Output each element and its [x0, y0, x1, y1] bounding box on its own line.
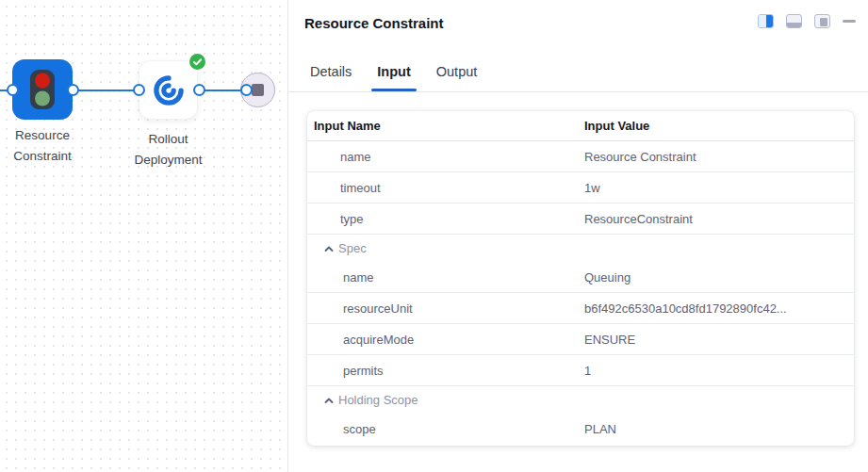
input-table-body: nameResource Constrainttimeout1wtypeReso… — [307, 141, 854, 445]
dock-float-icon[interactable] — [814, 14, 830, 28]
edge-resource-to-rollout — [74, 90, 139, 91]
input-table-card: Input Name Input Value nameResource Cons… — [307, 111, 854, 446]
node-label-rollout-deployment: Rollout Deployment — [121, 129, 216, 170]
row-value: 1w — [584, 172, 600, 203]
table-row: resourceUnitb6f492c6530a10cd8fd1792890fc… — [307, 293, 854, 324]
row-value: 1 — [584, 355, 591, 386]
chevron-up-icon[interactable] — [323, 395, 335, 406]
success-check-badge — [188, 52, 207, 72]
window-controls — [758, 14, 856, 28]
section-row[interactable]: Spec — [307, 235, 854, 262]
row-value: Queuing — [584, 262, 631, 293]
row-name: type — [340, 203, 364, 235]
row-name: resourceUnit — [343, 293, 413, 324]
tab-output[interactable]: Output — [436, 64, 478, 91]
input-table-header: Input Name Input Value — [307, 111, 854, 141]
row-value: ENSURE — [584, 324, 635, 355]
table-row: timeout1w — [307, 172, 854, 203]
traffic-light-icon — [29, 69, 56, 110]
dock-bottom-icon[interactable] — [786, 14, 802, 28]
tab-input[interactable]: Input — [377, 64, 410, 91]
minimize-icon[interactable] — [843, 14, 856, 28]
table-row: nameQueuing — [307, 262, 854, 293]
column-input-name: Input Name — [314, 111, 381, 141]
table-row: scopePLAN — [307, 414, 854, 445]
port[interactable] — [67, 84, 79, 96]
stop-square-icon — [252, 84, 264, 96]
row-value: b6f492c6530a10cd8fd1792890fc42... — [584, 293, 787, 324]
chevron-up-icon[interactable] — [323, 243, 335, 254]
workflow-canvas[interactable]: Resource Constraint Rollout Deployment — [0, 0, 287, 472]
detail-panel: Resource Constraint Details Input Output… — [287, 0, 868, 472]
split-right-icon[interactable] — [758, 14, 774, 28]
node-label-resource-constraint: Resource Constraint — [0, 125, 90, 166]
row-name: name — [343, 262, 374, 293]
section-label: Spec — [338, 235, 367, 262]
table-row: nameResource Constraint — [307, 141, 854, 172]
port[interactable] — [240, 84, 253, 96]
tabbar: Details Input Output — [288, 53, 868, 92]
row-name: acquireMode — [343, 324, 414, 355]
section-row[interactable]: Holding Scope — [307, 386, 854, 414]
row-name: name — [340, 141, 371, 172]
node-rollout-deployment[interactable] — [139, 60, 198, 120]
row-value: PLAN — [584, 414, 616, 445]
node-resource-constraint[interactable] — [12, 59, 73, 120]
section-label: Holding Scope — [338, 386, 418, 414]
panel-title: Resource Constraint — [304, 15, 444, 31]
port[interactable] — [7, 84, 19, 96]
row-name: timeout — [340, 172, 381, 203]
argo-rollouts-icon — [152, 73, 186, 107]
row-name: scope — [343, 414, 376, 445]
port[interactable] — [193, 84, 205, 96]
port[interactable] — [133, 84, 145, 96]
table-row: acquireModeENSURE — [307, 324, 854, 355]
edge-rollout-to-end — [199, 90, 244, 91]
table-row: permits1 — [307, 355, 854, 386]
row-value: ResourceConstraint — [584, 203, 693, 235]
row-value: Resource Constraint — [584, 141, 696, 172]
table-row: typeResourceConstraint — [307, 203, 854, 235]
column-input-value: Input Value — [584, 111, 649, 141]
row-name: permits — [343, 355, 384, 386]
tab-details[interactable]: Details — [310, 64, 352, 91]
